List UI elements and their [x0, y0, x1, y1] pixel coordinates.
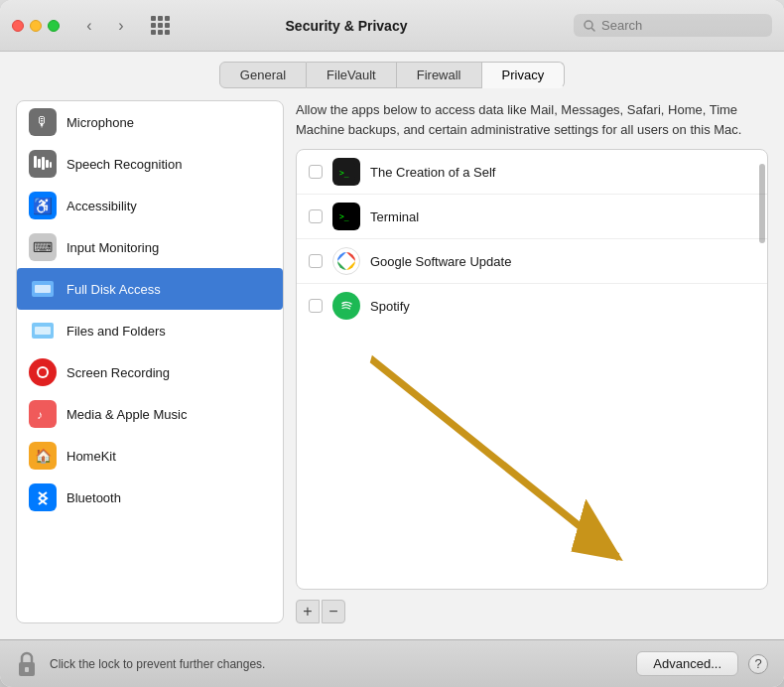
list-item[interactable]: >_ The Creation of a Self	[297, 150, 767, 195]
svg-line-1	[592, 28, 595, 31]
add-button[interactable]: +	[296, 600, 320, 623]
panel-description: Allow the apps below to access data like…	[296, 100, 768, 139]
sidebar-label-files: Files and Folders	[66, 324, 166, 339]
svg-text:>_: >_	[339, 212, 349, 221]
sidebar-label-media: Media & Apple Music	[66, 407, 187, 422]
window-title: Security & Privacy	[127, 18, 566, 34]
remove-button[interactable]: −	[322, 600, 345, 623]
sidebar-label-accessibility: Accessibility	[66, 199, 137, 213]
system-preferences-window: ‹ › Security & Privacy General FileVault…	[0, 0, 784, 687]
input-icon: ⌨	[29, 233, 57, 261]
app-name-spotify: Spotify	[370, 299, 410, 314]
footer: Click the lock to prevent further change…	[0, 639, 784, 687]
sidebar-label-input: Input Monitoring	[66, 240, 159, 255]
list-item[interactable]: Google Software Update	[297, 239, 767, 284]
svg-text:>_: >_	[339, 169, 349, 178]
svg-rect-6	[50, 162, 52, 168]
right-panel: Allow the apps below to access data like…	[296, 100, 768, 623]
list-item[interactable]: Spotify	[297, 284, 767, 328]
footer-lock-text: Click the lock to prevent further change…	[50, 657, 626, 671]
tab-firewall[interactable]: Firewall	[397, 62, 482, 88]
google-update-icon	[332, 247, 360, 275]
tabs-bar: General FileVault Firewall Privacy	[0, 52, 784, 88]
svg-rect-26	[25, 667, 29, 672]
app-checkbox-creation[interactable]	[309, 165, 323, 179]
fulldisk-icon	[29, 275, 57, 303]
sidebar-label-fulldisk: Full Disk Access	[66, 282, 161, 297]
microphone-icon: 🎙	[29, 108, 57, 136]
sidebar-item-homekit[interactable]: 🏠 HomeKit	[17, 435, 283, 477]
homekit-icon: 🏠	[29, 442, 57, 470]
svg-rect-4	[42, 157, 45, 170]
apps-list-container: >_ The Creation of a Self >_ Terminal	[296, 149, 768, 590]
media-icon: ♪	[29, 400, 57, 428]
sidebar-label-microphone: Microphone	[66, 115, 134, 130]
sidebar: 🎙 Microphone Speech Recognition ♿ Access…	[16, 100, 284, 623]
main-content: 🎙 Microphone Speech Recognition ♿ Access…	[0, 88, 784, 639]
app-name-google: Google Software Update	[370, 254, 511, 269]
sidebar-item-media[interactable]: ♪ Media & Apple Music	[17, 393, 283, 435]
apps-list: >_ The Creation of a Self >_ Terminal	[297, 150, 767, 589]
advanced-button[interactable]: Advanced...	[636, 651, 738, 676]
screenrecording-icon	[29, 358, 57, 386]
app-checkbox-google[interactable]	[309, 254, 323, 268]
svg-point-13	[39, 368, 47, 376]
sidebar-label-speech: Speech Recognition	[66, 157, 182, 172]
svg-point-0	[585, 21, 592, 29]
scrollbar-thumb[interactable]	[759, 164, 765, 243]
svg-rect-8	[35, 285, 51, 293]
app-name-terminal: Terminal	[370, 209, 419, 224]
list-item[interactable]: >_ Terminal	[297, 195, 767, 239]
app-checkbox-terminal[interactable]	[309, 209, 323, 223]
svg-text:♪: ♪	[37, 408, 43, 422]
svg-rect-2	[34, 156, 37, 168]
app-checkbox-spotify[interactable]	[309, 299, 323, 313]
tab-privacy[interactable]: Privacy	[482, 62, 566, 88]
sidebar-item-bluetooth[interactable]: Bluetooth	[17, 477, 283, 518]
search-icon	[584, 20, 595, 32]
lock-icon[interactable]	[16, 650, 40, 678]
sidebar-item-accessibility[interactable]: ♿ Accessibility	[17, 185, 283, 226]
close-button[interactable]	[12, 20, 24, 32]
tab-general[interactable]: General	[219, 62, 307, 88]
svg-point-21	[342, 257, 350, 265]
terminal-icon: >_	[332, 203, 360, 230]
help-button[interactable]: ?	[748, 654, 768, 674]
speech-icon	[29, 150, 57, 178]
creation-icon: >_	[332, 158, 360, 186]
back-button[interactable]: ‹	[75, 12, 103, 40]
maximize-button[interactable]	[48, 20, 60, 32]
svg-rect-3	[38, 159, 41, 168]
files-icon	[29, 317, 57, 344]
svg-rect-5	[46, 160, 49, 168]
minimize-button[interactable]	[30, 20, 42, 32]
search-bar[interactable]	[574, 14, 772, 37]
sidebar-item-files[interactable]: Files and Folders	[17, 310, 283, 351]
accessibility-icon: ♿	[29, 192, 57, 219]
nav-buttons: ‹ ›	[75, 12, 135, 40]
bluetooth-icon	[29, 483, 57, 511]
traffic-lights	[12, 20, 60, 32]
spotify-icon	[332, 292, 360, 320]
sidebar-label-bluetooth: Bluetooth	[66, 490, 121, 505]
sidebar-item-screenrecording[interactable]: Screen Recording	[17, 351, 283, 393]
tab-filevault[interactable]: FileVault	[307, 62, 397, 88]
sidebar-item-fulldisk[interactable]: Full Disk Access	[17, 268, 283, 310]
svg-point-22	[337, 297, 355, 315]
app-name-creation: The Creation of a Self	[370, 165, 495, 180]
titlebar: ‹ › Security & Privacy	[0, 0, 784, 52]
search-input[interactable]	[601, 18, 750, 33]
sidebar-item-microphone[interactable]: 🎙 Microphone	[17, 101, 283, 143]
list-controls: + −	[296, 600, 768, 623]
sidebar-label-homekit: HomeKit	[66, 449, 116, 464]
sidebar-item-input[interactable]: ⌨ Input Monitoring	[17, 226, 283, 268]
sidebar-item-speech[interactable]: Speech Recognition	[17, 143, 283, 185]
scrollbar-track[interactable]	[759, 154, 765, 585]
svg-rect-10	[35, 327, 51, 335]
sidebar-label-screenrecording: Screen Recording	[66, 365, 170, 380]
